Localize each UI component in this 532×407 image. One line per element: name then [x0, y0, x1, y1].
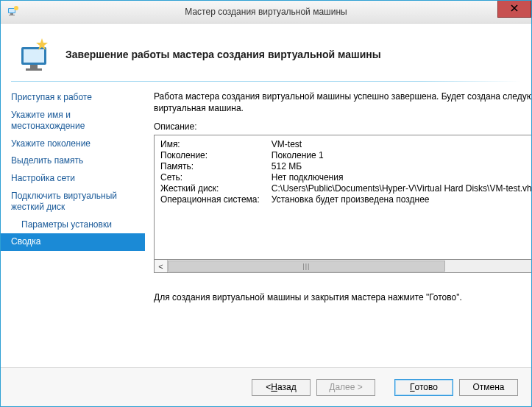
- wizard-window: Мастер создания виртуальной машины Завер…: [0, 0, 532, 407]
- finish-button[interactable]: Готово: [394, 379, 453, 396]
- svg-rect-8: [24, 49, 44, 63]
- cancel-label: Отмена: [472, 382, 504, 392]
- svg-rect-3: [9, 15, 15, 15]
- summary-row: Имя:VM-test: [160, 139, 531, 150]
- finish-suffix: отово: [415, 382, 438, 392]
- next-button: Далее >: [316, 379, 375, 396]
- sidebar-item-7[interactable]: Сводка: [1, 233, 145, 251]
- summary-row: Память:512 МБ: [160, 161, 531, 172]
- intro-text: Работа мастера создания виртуальной маши…: [154, 91, 531, 114]
- close-icon: [511, 4, 518, 14]
- next-suffix: алее >: [335, 382, 362, 392]
- scroll-left-arrow-icon[interactable]: <: [155, 260, 168, 272]
- page-heading: Завершение работы мастера создания вирту…: [65, 49, 381, 60]
- scroll-grip-icon: |||: [302, 263, 310, 270]
- horizontal-scrollbar[interactable]: < ||| >: [154, 260, 531, 273]
- back-prefix: <: [266, 382, 271, 392]
- summary-value: Установка будет произведена позднее: [272, 194, 531, 205]
- summary-value: VM-test: [272, 139, 531, 150]
- summary-key: Жесткий диск:: [160, 183, 272, 194]
- summary-value: Нет подключения: [272, 172, 531, 183]
- svg-rect-2: [10, 13, 13, 15]
- sidebar-item-5[interactable]: Подключить виртуальный жесткий диск: [1, 188, 145, 216]
- close-button[interactable]: [497, 1, 531, 18]
- summary-key: Имя:: [160, 139, 272, 150]
- summary-value: Поколение 1: [272, 150, 531, 161]
- wizard-sidebar: Приступая к работеУкажите имя и местонах…: [1, 82, 145, 367]
- summary-value: 512 МБ: [272, 161, 531, 172]
- sidebar-item-2[interactable]: Укажите поколение: [1, 135, 145, 153]
- summary-box: Имя:VM-testПоколение:Поколение 1Память:5…: [154, 135, 531, 260]
- wizard-icon: [17, 35, 55, 74]
- description-label: Описание:: [154, 121, 531, 132]
- summary-row: Операционная система:Установка будет про…: [160, 194, 531, 205]
- window-title: Мастер создания виртуальной машины: [1, 7, 531, 17]
- summary-key: Сеть:: [160, 172, 272, 183]
- summary-key: Операционная система:: [160, 194, 272, 205]
- summary-row: Жесткий диск:C:\Users\Public\Documents\H…: [160, 183, 531, 194]
- summary-value: C:\Users\Public\Documents\Hyper-V\Virtua…: [272, 183, 531, 194]
- svg-rect-10: [26, 68, 42, 71]
- summary-key: Поколение:: [160, 150, 272, 161]
- closing-text: Для создания виртуальной машины и закрыт…: [154, 292, 531, 302]
- sidebar-item-6[interactable]: Параметры установки: [1, 216, 145, 234]
- summary-row: Сеть:Нет подключения: [160, 172, 531, 183]
- back-suffix: азад: [277, 382, 297, 392]
- back-button[interactable]: < Назад: [252, 379, 311, 396]
- content-pane: Работа мастера создания виртуальной маши…: [145, 82, 531, 367]
- titlebar: Мастер создания виртуальной машины: [1, 1, 531, 24]
- summary-table: Имя:VM-testПоколение:Поколение 1Память:5…: [160, 139, 531, 205]
- scroll-thumb[interactable]: |||: [168, 261, 445, 272]
- sidebar-item-4[interactable]: Настройка сети: [1, 170, 145, 188]
- sidebar-item-1[interactable]: Укажите имя и местонахождение: [1, 107, 145, 135]
- header-strip: Завершение работы мастера создания вирту…: [1, 24, 531, 81]
- sidebar-item-0[interactable]: Приступая к работе: [1, 89, 145, 107]
- next-hotkey: Д: [329, 382, 335, 392]
- cancel-button[interactable]: Отмена: [459, 379, 518, 396]
- footer: < Назад Далее > Готово Отмена: [1, 367, 531, 406]
- app-icon: [7, 6, 18, 18]
- body: Приступая к работеУкажите имя и местонах…: [1, 82, 531, 367]
- svg-rect-1: [9, 9, 15, 13]
- svg-point-4: [14, 6, 18, 10]
- back-hotkey: Н: [271, 382, 277, 392]
- scroll-track[interactable]: |||: [168, 260, 531, 272]
- summary-key: Память:: [160, 161, 272, 172]
- summary-row: Поколение:Поколение 1: [160, 150, 531, 161]
- sidebar-item-3[interactable]: Выделить память: [1, 152, 145, 170]
- svg-rect-9: [30, 65, 38, 68]
